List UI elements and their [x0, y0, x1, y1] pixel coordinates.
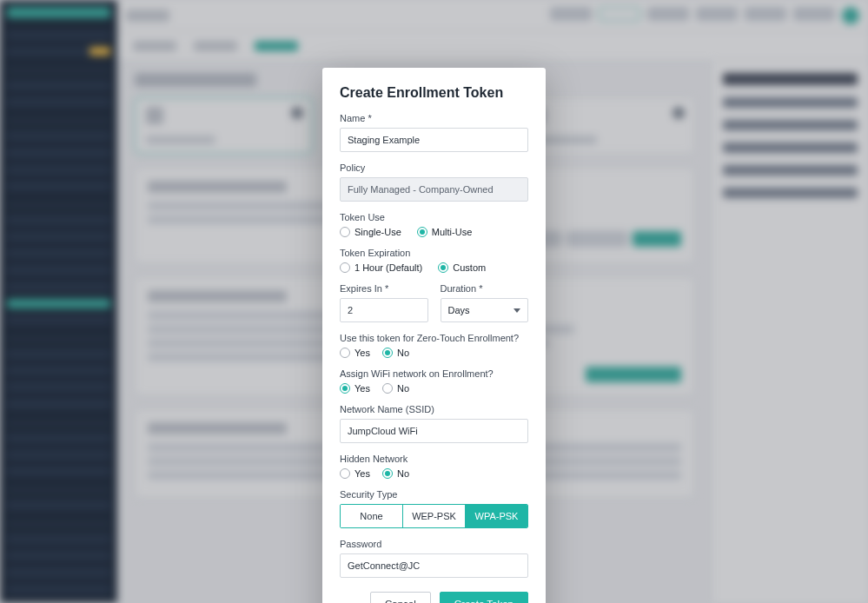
- token-use-label: Token Use: [340, 212, 528, 222]
- security-type-segmented: None WEP-PSK WPA-PSK: [340, 504, 528, 528]
- token-exp-custom-radio[interactable]: Custom: [438, 262, 486, 273]
- hidden-network-label: Hidden Network: [340, 454, 528, 464]
- token-exp-default-radio[interactable]: 1 Hour (Default): [340, 262, 422, 273]
- expires-in-label: Expires In *: [340, 283, 428, 294]
- security-type-label: Security Type: [340, 489, 528, 500]
- token-expiration-label: Token Expiration: [340, 248, 528, 258]
- zero-touch-no-radio[interactable]: No: [382, 348, 409, 358]
- name-input[interactable]: [340, 128, 528, 152]
- create-token-button[interactable]: Create Token: [440, 592, 528, 603]
- assign-wifi-yes-radio[interactable]: Yes: [340, 383, 370, 394]
- ssid-label: Network Name (SSID): [340, 404, 528, 414]
- zero-touch-label: Use this token for Zero-Touch Enrollment…: [340, 333, 528, 343]
- policy-label: Policy: [340, 162, 528, 173]
- chevron-down-icon: [514, 308, 520, 313]
- modal-title: Create Enrollment Token: [340, 85, 528, 101]
- name-label: Name *: [340, 113, 528, 123]
- security-wep-option[interactable]: WEP-PSK: [402, 505, 465, 527]
- security-wpa-option[interactable]: WPA-PSK: [465, 505, 527, 527]
- password-label: Password: [340, 539, 528, 549]
- ssid-input[interactable]: [340, 419, 528, 443]
- hidden-no-radio[interactable]: No: [382, 468, 409, 479]
- policy-input: [340, 177, 528, 202]
- cancel-button[interactable]: Cancel: [370, 592, 431, 603]
- expires-in-input[interactable]: [340, 298, 428, 322]
- zero-touch-yes-radio[interactable]: Yes: [340, 348, 370, 358]
- duration-select[interactable]: Days: [441, 298, 529, 322]
- modal-overlay: Create Enrollment Token Name * Policy To…: [0, 0, 868, 603]
- hidden-yes-radio[interactable]: Yes: [340, 468, 370, 479]
- duration-label: Duration *: [441, 283, 529, 294]
- create-enrollment-token-modal: Create Enrollment Token Name * Policy To…: [322, 68, 546, 603]
- password-input[interactable]: [340, 553, 528, 578]
- token-use-multi-radio[interactable]: Multi-Use: [417, 227, 472, 237]
- security-none-option[interactable]: None: [341, 505, 402, 527]
- token-use-single-radio[interactable]: Single-Use: [340, 227, 401, 237]
- assign-wifi-label: Assign WiFi network on Enrollment?: [340, 368, 528, 379]
- assign-wifi-no-radio[interactable]: No: [382, 383, 409, 394]
